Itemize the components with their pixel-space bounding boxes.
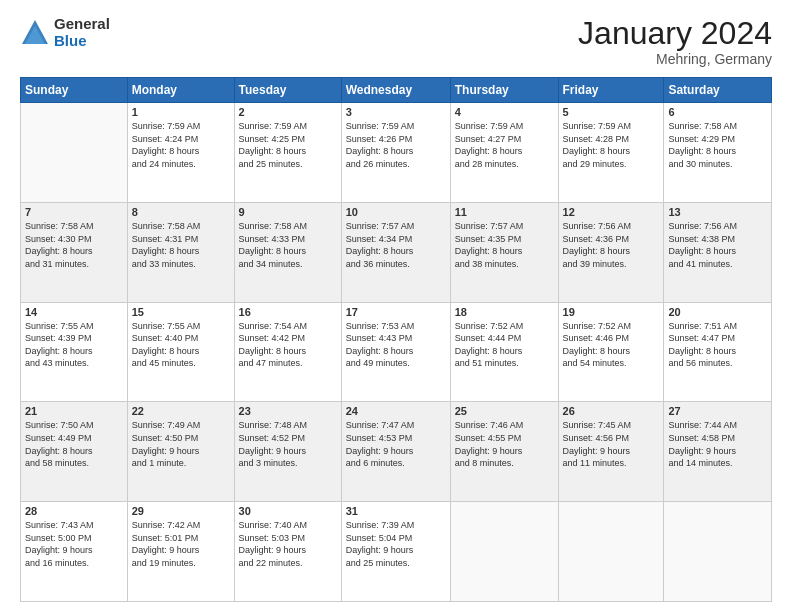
day-info: Sunrise: 7:58 AM Sunset: 4:29 PM Dayligh… [668,120,767,170]
day-info: Sunrise: 7:49 AM Sunset: 4:50 PM Dayligh… [132,419,230,469]
day-info: Sunrise: 7:56 AM Sunset: 4:36 PM Dayligh… [563,220,660,270]
logo-general-text: General [54,16,110,33]
day-number: 21 [25,405,123,417]
day-number: 30 [239,505,337,517]
week-row-3: 21Sunrise: 7:50 AM Sunset: 4:49 PM Dayli… [21,402,772,502]
day-info: Sunrise: 7:57 AM Sunset: 4:35 PM Dayligh… [455,220,554,270]
day-info: Sunrise: 7:59 AM Sunset: 4:25 PM Dayligh… [239,120,337,170]
day-number: 12 [563,206,660,218]
location: Mehring, Germany [578,51,772,67]
col-header-monday: Monday [127,78,234,103]
logo: General Blue [20,16,110,49]
week-row-0: 1Sunrise: 7:59 AM Sunset: 4:24 PM Daylig… [21,103,772,203]
day-info: Sunrise: 7:48 AM Sunset: 4:52 PM Dayligh… [239,419,337,469]
col-header-wednesday: Wednesday [341,78,450,103]
page: General Blue January 2024 Mehring, Germa… [0,0,792,612]
day-number: 26 [563,405,660,417]
day-number: 19 [563,306,660,318]
day-number: 11 [455,206,554,218]
logo-blue-text: Blue [54,33,110,50]
day-number: 24 [346,405,446,417]
calendar-cell: 4Sunrise: 7:59 AM Sunset: 4:27 PM Daylig… [450,103,558,203]
calendar-cell: 21Sunrise: 7:50 AM Sunset: 4:49 PM Dayli… [21,402,128,502]
day-number: 27 [668,405,767,417]
day-number: 15 [132,306,230,318]
day-info: Sunrise: 7:58 AM Sunset: 4:31 PM Dayligh… [132,220,230,270]
calendar-cell: 17Sunrise: 7:53 AM Sunset: 4:43 PM Dayli… [341,302,450,402]
calendar-cell: 14Sunrise: 7:55 AM Sunset: 4:39 PM Dayli… [21,302,128,402]
day-number: 7 [25,206,123,218]
day-info: Sunrise: 7:39 AM Sunset: 5:04 PM Dayligh… [346,519,446,569]
day-info: Sunrise: 7:42 AM Sunset: 5:01 PM Dayligh… [132,519,230,569]
col-header-tuesday: Tuesday [234,78,341,103]
calendar-cell: 11Sunrise: 7:57 AM Sunset: 4:35 PM Dayli… [450,202,558,302]
day-info: Sunrise: 7:44 AM Sunset: 4:58 PM Dayligh… [668,419,767,469]
calendar-cell: 3Sunrise: 7:59 AM Sunset: 4:26 PM Daylig… [341,103,450,203]
calendar-cell: 7Sunrise: 7:58 AM Sunset: 4:30 PM Daylig… [21,202,128,302]
day-info: Sunrise: 7:58 AM Sunset: 4:33 PM Dayligh… [239,220,337,270]
calendar-cell: 8Sunrise: 7:58 AM Sunset: 4:31 PM Daylig… [127,202,234,302]
calendar-cell: 31Sunrise: 7:39 AM Sunset: 5:04 PM Dayli… [341,502,450,602]
day-info: Sunrise: 7:59 AM Sunset: 4:28 PM Dayligh… [563,120,660,170]
day-number: 22 [132,405,230,417]
week-row-4: 28Sunrise: 7:43 AM Sunset: 5:00 PM Dayli… [21,502,772,602]
day-number: 10 [346,206,446,218]
calendar-cell: 24Sunrise: 7:47 AM Sunset: 4:53 PM Dayli… [341,402,450,502]
calendar-cell: 16Sunrise: 7:54 AM Sunset: 4:42 PM Dayli… [234,302,341,402]
calendar-cell [450,502,558,602]
day-number: 23 [239,405,337,417]
calendar-cell: 9Sunrise: 7:58 AM Sunset: 4:33 PM Daylig… [234,202,341,302]
logo-icon [20,18,50,48]
week-row-2: 14Sunrise: 7:55 AM Sunset: 4:39 PM Dayli… [21,302,772,402]
calendar-cell: 30Sunrise: 7:40 AM Sunset: 5:03 PM Dayli… [234,502,341,602]
day-number: 8 [132,206,230,218]
calendar-cell [558,502,664,602]
calendar-cell: 15Sunrise: 7:55 AM Sunset: 4:40 PM Dayli… [127,302,234,402]
calendar-cell: 18Sunrise: 7:52 AM Sunset: 4:44 PM Dayli… [450,302,558,402]
day-info: Sunrise: 7:51 AM Sunset: 4:47 PM Dayligh… [668,320,767,370]
calendar-header-row: SundayMondayTuesdayWednesdayThursdayFrid… [21,78,772,103]
day-number: 14 [25,306,123,318]
month-title: January 2024 [578,16,772,51]
calendar-cell: 27Sunrise: 7:44 AM Sunset: 4:58 PM Dayli… [664,402,772,502]
day-number: 6 [668,106,767,118]
calendar-cell [664,502,772,602]
day-info: Sunrise: 7:58 AM Sunset: 4:30 PM Dayligh… [25,220,123,270]
col-header-saturday: Saturday [664,78,772,103]
day-number: 3 [346,106,446,118]
calendar-cell: 28Sunrise: 7:43 AM Sunset: 5:00 PM Dayli… [21,502,128,602]
calendar-cell: 10Sunrise: 7:57 AM Sunset: 4:34 PM Dayli… [341,202,450,302]
day-info: Sunrise: 7:43 AM Sunset: 5:00 PM Dayligh… [25,519,123,569]
calendar-cell: 5Sunrise: 7:59 AM Sunset: 4:28 PM Daylig… [558,103,664,203]
day-number: 20 [668,306,767,318]
day-number: 29 [132,505,230,517]
day-number: 5 [563,106,660,118]
day-info: Sunrise: 7:59 AM Sunset: 4:26 PM Dayligh… [346,120,446,170]
day-info: Sunrise: 7:47 AM Sunset: 4:53 PM Dayligh… [346,419,446,469]
day-number: 17 [346,306,446,318]
title-block: January 2024 Mehring, Germany [578,16,772,67]
calendar-cell: 22Sunrise: 7:49 AM Sunset: 4:50 PM Dayli… [127,402,234,502]
day-info: Sunrise: 7:52 AM Sunset: 4:44 PM Dayligh… [455,320,554,370]
week-row-1: 7Sunrise: 7:58 AM Sunset: 4:30 PM Daylig… [21,202,772,302]
col-header-friday: Friday [558,78,664,103]
calendar-cell: 6Sunrise: 7:58 AM Sunset: 4:29 PM Daylig… [664,103,772,203]
col-header-thursday: Thursday [450,78,558,103]
calendar-cell: 20Sunrise: 7:51 AM Sunset: 4:47 PM Dayli… [664,302,772,402]
day-info: Sunrise: 7:55 AM Sunset: 4:39 PM Dayligh… [25,320,123,370]
day-number: 31 [346,505,446,517]
day-info: Sunrise: 7:52 AM Sunset: 4:46 PM Dayligh… [563,320,660,370]
calendar-cell: 13Sunrise: 7:56 AM Sunset: 4:38 PM Dayli… [664,202,772,302]
day-info: Sunrise: 7:56 AM Sunset: 4:38 PM Dayligh… [668,220,767,270]
day-number: 13 [668,206,767,218]
day-number: 18 [455,306,554,318]
day-info: Sunrise: 7:57 AM Sunset: 4:34 PM Dayligh… [346,220,446,270]
calendar-cell [21,103,128,203]
day-info: Sunrise: 7:54 AM Sunset: 4:42 PM Dayligh… [239,320,337,370]
day-info: Sunrise: 7:40 AM Sunset: 5:03 PM Dayligh… [239,519,337,569]
calendar-cell: 29Sunrise: 7:42 AM Sunset: 5:01 PM Dayli… [127,502,234,602]
day-number: 2 [239,106,337,118]
day-info: Sunrise: 7:50 AM Sunset: 4:49 PM Dayligh… [25,419,123,469]
day-number: 16 [239,306,337,318]
day-info: Sunrise: 7:59 AM Sunset: 4:24 PM Dayligh… [132,120,230,170]
